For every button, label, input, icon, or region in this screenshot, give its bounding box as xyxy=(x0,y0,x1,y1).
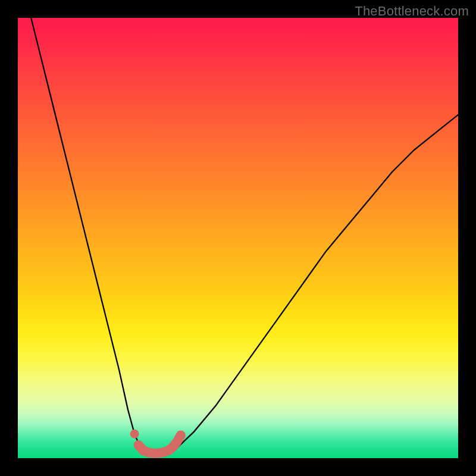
watermark-label: TheBottleneck.com xyxy=(355,4,469,19)
bottleneck-curve xyxy=(31,18,458,454)
chart-frame: TheBottleneck.com xyxy=(0,0,476,476)
plot-area xyxy=(18,18,458,458)
trough-marker-dot xyxy=(130,430,139,439)
trough-marker-band xyxy=(139,436,181,453)
curve-layer xyxy=(18,18,458,458)
